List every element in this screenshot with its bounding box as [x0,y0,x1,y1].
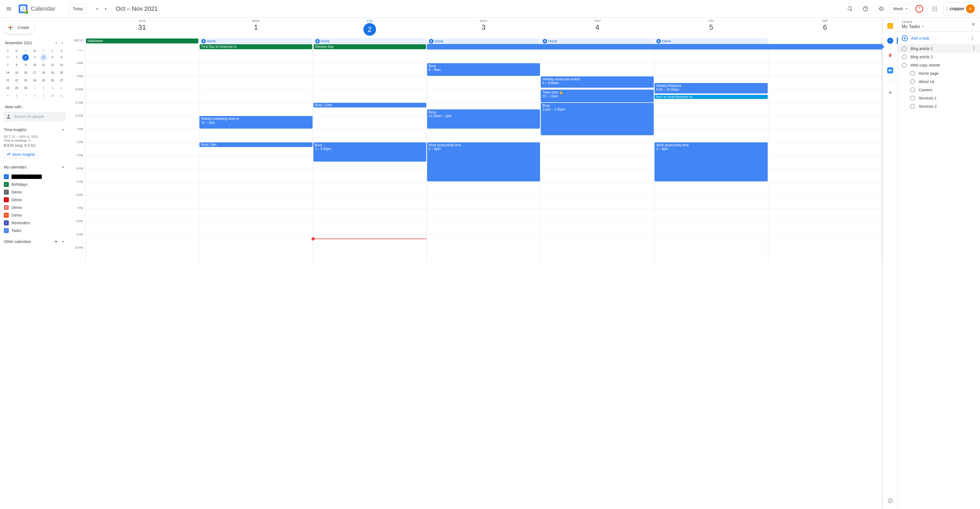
settings-icon[interactable] [874,2,888,15]
add-addon-icon[interactable] [885,87,896,98]
mini-day[interactable]: 6 [58,54,65,61]
calendar-checkbox[interactable] [4,220,9,225]
create-button[interactable]: Create [3,21,35,34]
day-column[interactable]: Busy, 11amBusy2 – 3:30pm [313,50,426,261]
other-calendars-toggle[interactable]: Other calendars [3,237,66,246]
allday-chip[interactable]: Home [427,38,540,44]
day-header[interactable]: SUN31 [85,18,199,38]
calendar-event[interactable]: Team sync 💪10 – 11am [541,89,654,102]
day-header[interactable]: SAT6 [768,18,882,38]
mini-day[interactable]: 7 [5,62,11,69]
time-insights-toggle[interactable]: Time Insights [3,126,66,134]
help-icon[interactable] [859,2,872,15]
mini-day[interactable]: 23 [22,77,29,84]
day-column[interactable] [85,50,199,261]
my-calendars-toggle[interactable]: My calendars [3,163,66,171]
next-week-button[interactable] [101,5,110,13]
calendar-event[interactable]: Busy, 2pm [199,142,312,147]
task-complete-toggle[interactable] [910,96,915,101]
app-logo[interactable]: 2 Calendar [18,3,64,14]
mini-day[interactable]: 25 [40,77,47,84]
mini-day[interactable]: 3 [31,54,38,61]
day-column[interactable]: Weekly Playback9:30 – 10:20amSync on Sma… [654,50,768,261]
mini-day[interactable]: 17 [31,70,38,76]
calendar-item[interactable]: Reminders [3,219,66,227]
multiday-event[interactable] [541,44,654,49]
task-more-button[interactable] [972,46,976,51]
mini-day[interactable]: 1 [31,85,38,91]
mini-day[interactable]: 9 [40,93,47,99]
mini-day[interactable]: 21 [5,77,11,84]
mini-day[interactable]: 5 [5,93,11,99]
allday-chip[interactable]: First Day of American In [200,44,312,49]
task-item[interactable]: Services 2 [898,102,980,110]
allday-chip[interactable]: Home [200,38,312,44]
calendar-checkbox[interactable] [4,205,9,210]
calendar-item[interactable]: Birthdays [3,180,66,188]
calendar-event[interactable]: Busy8 – 9am [427,63,540,76]
mini-day[interactable]: 11 [58,93,65,99]
allday-cell[interactable]: Home [426,38,540,50]
task-item[interactable]: Home page [898,69,980,78]
day-column[interactable]: Weekly marketing team m12 – 1pmBusy, 2pm [199,50,313,261]
task-item[interactable]: Blog article 2 [898,53,980,61]
keep-addon-icon[interactable] [885,20,896,31]
mini-day[interactable]: 8 [31,93,38,99]
copper-extension-badge[interactable]: :copper K [943,2,978,15]
mini-day[interactable]: 27 [58,77,65,84]
add-calendar-icon[interactable] [53,239,59,244]
mini-day[interactable]: 28 [5,85,11,91]
mini-day[interactable]: 10 [31,62,38,69]
calendar-checkbox[interactable] [4,190,9,195]
multiday-event[interactable] [654,44,768,49]
allday-chip[interactable]: Election Day [313,44,426,49]
task-item[interactable]: Services 1 [898,94,980,102]
account-avatar[interactable]: K [966,5,975,13]
mini-day[interactable]: 24 [31,77,38,84]
calendar-checkbox[interactable] [4,197,9,202]
info-addon-icon[interactable] [885,495,896,506]
mini-day[interactable]: 7 [22,93,29,99]
mini-day[interactable]: 5 [49,54,56,61]
calendar-event[interactable]: Weekly marketing team m12 – 1pm [199,116,312,129]
task-item[interactable]: Blog article 1 [898,44,980,53]
allday-chip[interactable]: Home [655,38,767,44]
mini-day[interactable]: 22 [13,77,20,84]
google-apps-icon[interactable] [928,2,941,15]
mini-day[interactable]: 16 [22,70,29,76]
close-tasks-button[interactable] [969,20,978,29]
calendar-checkbox[interactable] [4,228,9,233]
task-complete-toggle[interactable] [902,54,907,59]
allday-cell[interactable]: Home [540,38,654,50]
calendar-checkbox[interactable] [4,182,9,187]
day-column[interactable]: Holiday social post brains9 – 9:45amTeam… [540,50,654,261]
calendar-event[interactable]: Sync on Small Business Sa [654,95,767,99]
more-insights-button[interactable]: More insights [3,150,38,159]
mini-day[interactable]: 4 [58,85,65,91]
mini-day[interactable]: 1 [13,54,20,61]
day-header[interactable]: THU4 [541,18,654,38]
calendar-item[interactable]: Tasks [3,227,66,235]
mini-day[interactable]: 12 [49,62,56,69]
task-complete-toggle[interactable] [910,104,915,109]
mini-day[interactable]: 2 [22,54,29,61]
calendar-item[interactable]: Demo [3,188,66,196]
mini-day[interactable]: 18 [40,70,47,76]
task-complete-toggle[interactable] [902,63,907,68]
day-header[interactable]: TUE2 [313,18,426,38]
allday-chip[interactable]: Halloween [86,38,198,43]
mini-day[interactable]: 6 [13,93,20,99]
main-menu-button[interactable] [2,2,15,15]
tasks-addon-icon[interactable] [885,35,896,46]
calendar-item[interactable] [3,173,66,180]
today-button[interactable]: Today [68,4,87,13]
calendar-checkbox[interactable] [4,174,9,179]
mini-day[interactable]: 30 [22,85,29,91]
clockwise-extension-icon[interactable] [913,2,926,15]
allday-cell[interactable]: HomeElection Day [313,38,426,50]
mini-day[interactable]: 2 [40,85,47,91]
allday-cell[interactable] [768,38,882,50]
day-column[interactable] [768,50,882,261]
allday-cell[interactable]: Home [654,38,768,50]
mini-day[interactable]: 11 [40,62,47,69]
